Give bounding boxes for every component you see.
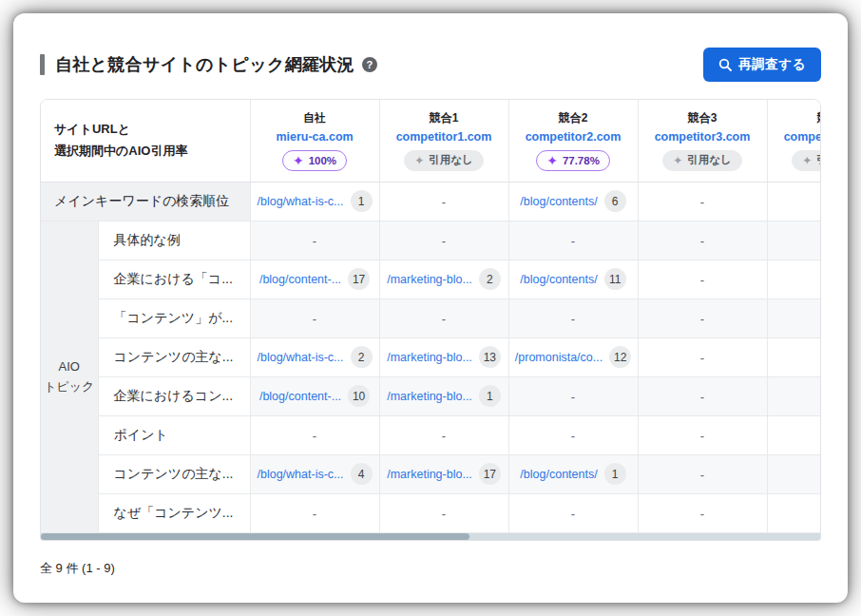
data-cell: - (379, 298, 508, 337)
topic-label: ポイント (98, 415, 250, 454)
empty-placeholder: - (700, 195, 704, 209)
empty-placeholder: - (442, 195, 446, 209)
path-link[interactable]: /marketing-blo... (387, 273, 472, 286)
data-cell: /marketing-blo...2 (379, 260, 508, 298)
site-column-label: 競合1 (380, 110, 508, 126)
table-header-row: サイトURLと 選択期間中のAIO引用率 自社mieru-ca.com✦100%… (41, 100, 821, 182)
empty-placeholder: - (442, 507, 446, 521)
cell-content: /blog/content-...10 (259, 385, 370, 407)
site-column-header: 自社mieru-ca.com✦100% (250, 100, 379, 182)
topic-row: AIOトピック具体的な例----- (41, 221, 821, 260)
horizontal-scrollbar-thumb[interactable] (41, 533, 469, 540)
citation-count-badge: 4 (351, 463, 373, 485)
cell-content: /blog/what-is-c...4 (258, 463, 373, 485)
topic-row: 「コンテンツ」が...----- (41, 298, 821, 337)
empty-placeholder: - (571, 390, 575, 404)
research-button[interactable]: 再調査する (703, 48, 821, 82)
site-domain-link[interactable]: competitor4.com (768, 130, 821, 144)
path-link[interactable]: /marketing-blo... (387, 468, 472, 481)
citation-count-badge: 1 (479, 385, 501, 407)
data-cell: - (767, 454, 821, 493)
empty-placeholder: - (700, 429, 704, 443)
empty-placeholder: - (313, 312, 316, 326)
result-count: 全 9 件 (1 - 9) (40, 560, 821, 577)
topic-label: なぜ「コンテンツ... (98, 493, 250, 532)
site-domain-link[interactable]: competitor2.com (509, 130, 638, 144)
citation-count-badge: 17 (348, 268, 370, 290)
path-link[interactable]: /blog/what-is-c... (258, 195, 344, 208)
sparkle-icon: ✦ (802, 155, 812, 166)
page-title: 自社と競合サイトのトピック網羅状況 (55, 53, 354, 76)
data-cell: /marketing-blo...1 (379, 376, 508, 415)
citation-count-badge: 17 (479, 463, 501, 485)
cell-content: /marketing-blo...13 (387, 346, 501, 368)
path-link[interactable]: /blog/contents/ (520, 468, 597, 481)
citation-count-badge: 2 (351, 346, 373, 368)
data-cell: - (638, 182, 767, 221)
data-cell: /marketing-blo...17 (379, 454, 508, 493)
path-link[interactable]: /blog/content-... (259, 390, 341, 403)
site-domain-link[interactable]: mieru-ca.com (251, 130, 379, 144)
path-link[interactable]: /blog/what-is-c... (258, 351, 344, 364)
empty-placeholder: - (313, 429, 316, 443)
empty-placeholder: - (700, 312, 704, 326)
data-cell: - (638, 415, 767, 454)
title-accent-bar (40, 54, 45, 75)
topic-label: コンテンツの主な... (98, 454, 250, 493)
site-column-label: 自社 (251, 110, 379, 126)
cell-content: /blog/what-is-c...1 (258, 190, 373, 212)
empty-placeholder: - (700, 273, 704, 287)
badge-text: 引用なし (429, 153, 473, 167)
site-column-header: 競合2competitor2.com✦77.78% (508, 100, 638, 182)
empty-placeholder: - (571, 312, 575, 326)
main-keyword-row: メインキーワードの検索順位/blog/what-is-c...1-/blog/c… (41, 182, 821, 221)
empty-placeholder: - (442, 234, 446, 248)
corner-header: サイトURLと 選択期間中のAIO引用率 (41, 100, 250, 182)
topic-label: 企業におけるコン... (98, 376, 250, 415)
empty-placeholder: - (313, 234, 316, 248)
search-icon (718, 58, 732, 71)
data-cell: - (379, 182, 508, 221)
data-cell: /blog/contents/11 (508, 260, 638, 298)
site-column-header: 競合1competitor1.com✦引用なし (379, 100, 508, 182)
data-cell: - (250, 221, 379, 260)
path-link[interactable]: /marketing-blo... (387, 390, 472, 403)
help-icon[interactable]: ? (362, 57, 377, 72)
path-link[interactable]: /promonista/co... (515, 351, 603, 364)
cell-content: /blog/contents/6 (520, 190, 625, 212)
data-cell: /blog/what-is-c...1 (250, 182, 379, 221)
topic-label: 「コンテンツ」が... (98, 298, 250, 337)
data-cell: - (379, 221, 508, 260)
citation-count-badge: 2 (479, 268, 501, 290)
site-domain-link[interactable]: competitor3.com (639, 130, 767, 144)
topic-row: なぜ「コンテンツ...----- (41, 493, 821, 532)
path-link[interactable]: /blog/contents/ (520, 195, 597, 208)
data-cell: - (767, 493, 821, 532)
site-domain-link[interactable]: competitor1.com (380, 130, 508, 144)
path-link[interactable]: /blog/contents/ (520, 273, 597, 286)
topic-coverage-table: サイトURLと 選択期間中のAIO引用率 自社mieru-ca.com✦100%… (41, 100, 821, 533)
data-cell: - (379, 415, 508, 454)
sparkle-icon: ✦ (414, 155, 424, 166)
topic-row: コンテンツの主な.../blog/what-is-c...2/marketing… (41, 337, 821, 376)
horizontal-scrollbar[interactable] (41, 533, 820, 540)
path-link[interactable]: /blog/what-is-c... (258, 468, 344, 481)
data-cell: - (767, 260, 821, 298)
path-link[interactable]: /marketing-blo... (387, 351, 472, 364)
data-cell: /blog/what-is-c...4 (250, 454, 379, 493)
no-citation-badge: ✦引用なし (662, 150, 742, 171)
group-label-line2: トピック (41, 376, 98, 396)
empty-placeholder: - (700, 234, 704, 248)
data-cell: - (638, 337, 767, 376)
topic-row: 企業におけるコン.../blog/content-...10/marketing… (41, 376, 821, 415)
title-wrap: 自社と競合サイトのトピック網羅状況 ? (40, 53, 377, 76)
topic-coverage-card: 自社と競合サイトのトピック網羅状況 ? 再調査する (13, 13, 848, 603)
data-cell: - (638, 298, 767, 337)
citation-rate-badge: ✦77.78% (536, 150, 610, 171)
no-citation-badge: ✦引用なし (792, 150, 821, 171)
data-cell: /promonista/co...12 (508, 337, 638, 376)
data-cell: /blog/contents/1 (508, 454, 638, 493)
path-link[interactable]: /blog/content-... (259, 273, 341, 286)
topic-row: ポイント----- (41, 415, 821, 454)
empty-placeholder: - (700, 351, 704, 365)
